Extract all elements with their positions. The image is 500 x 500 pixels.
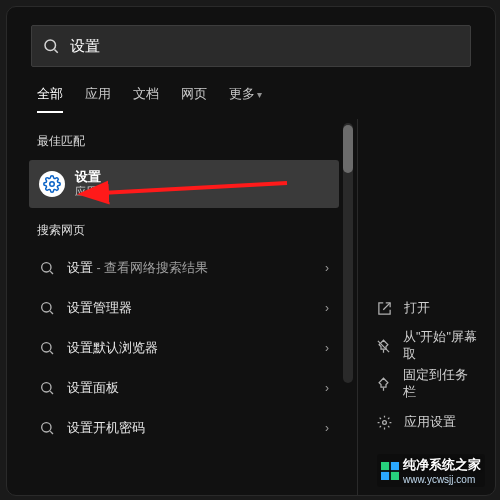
svg-point-5 [42,303,51,312]
web-result-0[interactable]: 设置 - 查看网络搜索结果› [29,249,339,287]
svg-line-4 [50,271,53,274]
preview-pane: 打开 从"开始"屏幕取 固定到任务栏 应用设置 [357,119,495,496]
section-web-search: 搜索网页 [37,222,347,239]
search-icon [39,340,55,356]
watermark-title: 纯净系统之家 [403,456,481,474]
tab-more-label: 更多 [229,86,255,101]
chevron-right-icon: › [325,341,329,355]
web-result-label: 设置面板 [67,380,119,397]
svg-point-0 [45,40,56,51]
svg-point-9 [42,383,51,392]
chevron-down-icon: ▾ [257,89,262,100]
open-icon [376,300,392,316]
search-icon [42,37,60,55]
svg-rect-16 [381,462,389,470]
svg-line-6 [50,311,53,314]
chevron-right-icon: › [325,261,329,275]
tab-more[interactable]: 更多▾ [229,85,262,113]
watermark: 纯净系统之家 www.ycwsjj.com [377,454,485,487]
tab-all[interactable]: 全部 [37,85,63,113]
search-icon [39,420,55,436]
search-icon [39,300,55,316]
svg-rect-17 [391,462,399,470]
tab-docs[interactable]: 文档 [133,85,159,113]
scrollbar-thumb[interactable] [343,125,353,173]
search-icon [39,260,55,276]
section-best-match: 最佳匹配 [37,133,347,150]
chevron-right-icon: › [325,301,329,315]
web-result-label: 设置开机密码 [67,420,145,437]
action-unpin-start[interactable]: 从"开始"屏幕取 [358,327,495,365]
settings-app-icon [39,171,65,197]
search-icon [39,380,55,396]
chevron-right-icon: › [325,421,329,435]
svg-rect-19 [391,471,399,479]
action-app-settings-label: 应用设置 [404,414,456,431]
action-unpin-start-label: 从"开始"屏幕取 [403,329,477,363]
tab-apps[interactable]: 应用 [85,85,111,113]
svg-point-3 [42,263,51,272]
gear-icon [376,414,392,430]
watermark-logo [381,462,399,480]
search-input[interactable] [68,37,460,56]
svg-point-7 [42,343,51,352]
svg-point-14 [382,420,386,424]
watermark-domain: www.ycwsjj.com [403,474,481,485]
action-open[interactable]: 打开 [358,289,495,327]
svg-point-11 [42,423,51,432]
unpin-icon [376,338,391,354]
chevron-right-icon: › [325,381,329,395]
action-app-settings[interactable]: 应用设置 [358,403,495,441]
best-match-result[interactable]: 设置 应用 [29,160,339,208]
results-pane: 最佳匹配 设置 应用 搜索网页 设置 - 查看网络搜索结果›设置管理器›设置默认… [7,119,347,496]
action-open-label: 打开 [404,300,430,317]
svg-rect-18 [381,471,389,479]
scrollbar[interactable] [343,123,353,383]
svg-line-12 [50,431,53,434]
best-match-subtitle: 应用 [75,184,101,199]
svg-line-1 [54,49,57,52]
web-result-4[interactable]: 设置开机密码› [29,409,339,447]
svg-point-2 [50,182,55,187]
web-result-1[interactable]: 设置管理器› [29,289,339,327]
best-match-title: 设置 [75,169,101,184]
svg-line-10 [50,391,53,394]
action-pin-taskbar-label: 固定到任务栏 [403,367,477,401]
web-result-label: 设置默认浏览器 [67,340,158,357]
web-result-2[interactable]: 设置默认浏览器› [29,329,339,367]
tab-web[interactable]: 网页 [181,85,207,113]
search-bar[interactable] [31,25,471,67]
svg-line-8 [50,351,53,354]
web-result-label: 设置 - 查看网络搜索结果 [67,260,208,277]
pin-icon [376,376,391,392]
web-result-3[interactable]: 设置面板› [29,369,339,407]
action-pin-taskbar[interactable]: 固定到任务栏 [358,365,495,403]
web-result-label: 设置管理器 [67,300,132,317]
search-tabs: 全部 应用 文档 网页 更多▾ [37,85,495,113]
